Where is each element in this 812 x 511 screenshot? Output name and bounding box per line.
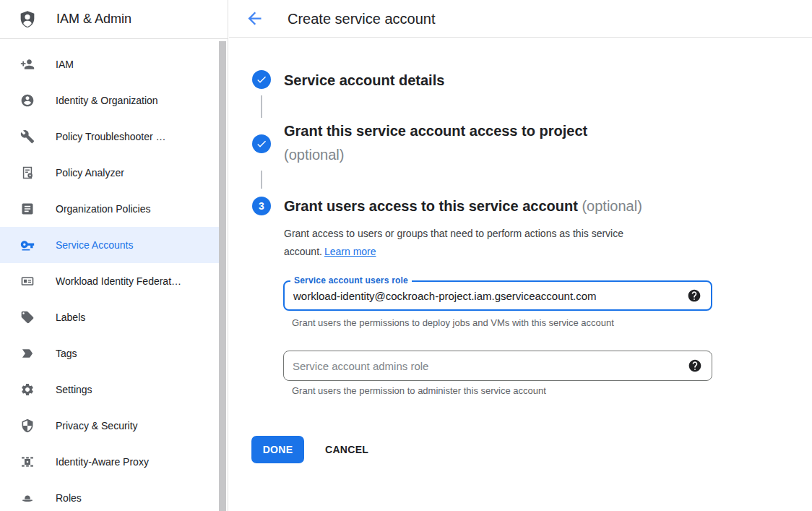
sidebar-item-label: Organization Policies <box>56 203 151 215</box>
sidebar-item-label: Policy Analyzer <box>56 167 124 179</box>
step-3-optional-label: (optional) <box>582 198 642 214</box>
sidebar-item-policy-analyzer[interactable]: Policy Analyzer <box>0 155 219 191</box>
iap-icon <box>20 455 35 469</box>
sidebar-item-identity-aware-proxy[interactable]: Identity-Aware Proxy <box>0 444 219 480</box>
step-2-title[interactable]: Grant this service account access to pro… <box>284 119 717 167</box>
step-1-complete-check-icon <box>252 70 271 89</box>
service-account-users-role-input[interactable] <box>293 282 673 309</box>
label-arrow-icon <box>20 346 35 361</box>
sidebar-item-workload-identity-federat[interactable]: Workload Identity Federat… <box>0 263 219 299</box>
wrench-icon <box>20 129 35 144</box>
sidebar-nav: IAM Identity & Organization Policy Troub… <box>0 39 228 511</box>
step-2-complete-check-icon <box>252 134 271 153</box>
step-3-title: Grant users access to this service accou… <box>284 197 746 215</box>
sidebar-item-privacy-security[interactable]: Privacy & Security <box>0 408 219 444</box>
wizard-content: Service account details Grant this servi… <box>229 0 812 511</box>
sidebar-item-label: Identity & Organization <box>56 95 158 106</box>
users-role-helper-text: Grant users the permissions to deploy jo… <box>292 317 614 328</box>
hat-icon <box>20 491 35 505</box>
sidebar-item-label: Workload Identity Federat… <box>56 275 181 287</box>
check-icon <box>256 74 267 85</box>
sidebar-item-label: Labels <box>56 312 85 323</box>
shield-half-icon <box>20 418 35 433</box>
sidebar-scrollbar-thumb[interactable] <box>219 41 226 511</box>
account-circle-icon <box>20 93 35 108</box>
cancel-button[interactable]: CANCEL <box>325 436 368 463</box>
iam-admin-page: IAM & Admin IAM Identity & Organization … <box>0 0 812 511</box>
help-icon[interactable] <box>688 358 702 373</box>
sidebar-item-label: Policy Troubleshooter … <box>56 131 166 142</box>
sidebar-item-labels[interactable]: Labels <box>0 299 219 335</box>
sidebar-item-roles[interactable]: Roles <box>0 480 219 511</box>
learn-more-link[interactable]: Learn more <box>324 246 376 257</box>
step-3-number: 3 <box>259 200 264 212</box>
service-account-admins-role-field <box>283 351 712 381</box>
step-3-title-text: Grant users access to this service accou… <box>284 198 578 214</box>
step-1-title[interactable]: Service account details <box>284 72 444 89</box>
card-icon <box>20 274 35 288</box>
sidebar-item-service-accounts[interactable]: Service Accounts <box>0 227 219 263</box>
service-account-admins-role-input[interactable] <box>293 351 674 380</box>
tag-icon <box>20 310 35 325</box>
main-panel: Create service account Service account d… <box>229 0 812 511</box>
service-account-users-role-field: Service account users role <box>283 280 712 311</box>
person-add-icon <box>20 57 35 72</box>
sidebar-title: IAM & Admin <box>56 0 131 38</box>
gear-icon <box>20 382 35 397</box>
step-connector <box>261 171 262 189</box>
help-icon[interactable] <box>687 288 701 303</box>
step-3-number-badge: 3 <box>252 197 271 215</box>
step-2-optional-label: (optional) <box>284 143 717 167</box>
done-button[interactable]: DONE <box>251 436 304 463</box>
step-1-title-text: Service account details <box>284 72 444 88</box>
policy-analyzer-icon <box>20 166 35 180</box>
sidebar-item-label: IAM <box>56 59 74 70</box>
step-3-description: Grant access to users or groups that nee… <box>284 225 688 261</box>
key-icon <box>20 238 35 252</box>
sidebar-item-label: Roles <box>56 492 82 504</box>
sidebar-item-label: Service Accounts <box>56 239 133 251</box>
sidebar-item-label: Privacy & Security <box>56 420 138 431</box>
sidebar-item-label: Identity-Aware Proxy <box>56 456 149 468</box>
step-connector <box>261 95 262 118</box>
sidebar: IAM & Admin IAM Identity & Organization … <box>0 0 228 511</box>
sidebar-item-tags[interactable]: Tags <box>0 335 219 372</box>
article-icon <box>20 202 35 216</box>
sidebar-item-label: Settings <box>56 384 92 395</box>
sidebar-header: IAM & Admin <box>0 0 228 39</box>
check-icon <box>256 138 267 150</box>
sidebar-item-label: Tags <box>56 348 77 359</box>
admins-role-helper-text: Grant users the permission to administer… <box>292 385 546 396</box>
step-2-title-text: Grant this service account access to pro… <box>284 123 587 139</box>
sidebar-item-organization-policies[interactable]: Organization Policies <box>0 191 219 227</box>
sidebar-item-settings[interactable]: Settings <box>0 372 219 408</box>
sidebar-item-identity-organization[interactable]: Identity & Organization <box>0 82 219 119</box>
sidebar-item-policy-troubleshooter[interactable]: Policy Troubleshooter … <box>0 119 219 155</box>
iam-shield-logo-icon <box>17 9 38 30</box>
sidebar-item-iam[interactable]: IAM <box>0 46 219 82</box>
